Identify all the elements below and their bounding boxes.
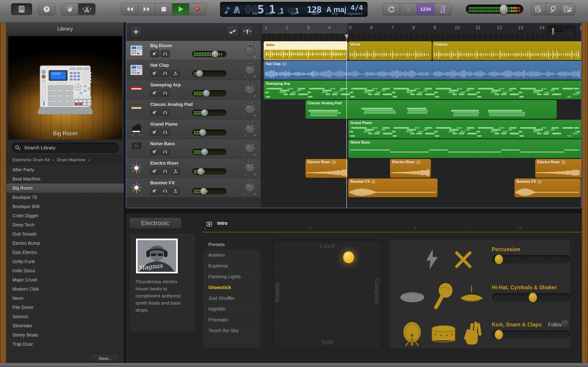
zoom-handle[interactable] [552,28,554,35]
volume-knob[interactable] [200,188,207,195]
library-item[interactable]: Silverlake [6,321,124,330]
media-browser-button[interactable] [561,3,575,15]
kick-knob[interactable] [495,330,503,340]
track-name[interactable]: Sweeping Arp [150,82,181,88]
region-sweeping-arp[interactable]: Sweeping Arp [264,81,581,99]
region-electro-riser-1[interactable]: Electro Riser [305,159,347,178]
hand-clap-icon[interactable] [462,320,484,347]
library-item[interactable]: Dub Smash [6,229,124,239]
track-volume-slider[interactable] [192,188,226,194]
library-item[interactable]: Boutique 78 [6,193,124,202]
forward-button[interactable] [138,3,155,15]
library-search[interactable] [11,143,119,153]
search-input[interactable] [24,145,115,150]
volume-knob[interactable] [197,168,204,175]
library-item[interactable]: Seismic [6,312,124,321]
pan-knob[interactable]: LR [242,140,257,157]
breadcrumb-item[interactable]: Electronic Drum Kit [12,157,50,162]
shaker-icon[interactable] [400,290,425,303]
breadcrumb-item[interactable]: Drum Machine [57,157,86,162]
track-row-noise-bass[interactable]: Noise Bass LR [126,139,261,158]
preset-item[interactable]: Euphoria [203,261,261,271]
input-monitor-button[interactable] [171,167,180,175]
region-intro[interactable]: Intro [264,41,347,60]
zoom-slider[interactable] [547,25,576,37]
mute-button[interactable] [150,69,159,77]
notepad-button[interactable] [531,3,546,15]
pan-knob[interactable]: LR [242,121,257,138]
region-hat-clap[interactable]: Hat Clap [264,61,581,80]
volume-knob[interactable] [196,70,203,77]
editors-button[interactable] [78,3,95,15]
follow-checkbox[interactable] [561,320,568,327]
kick-drum-icon[interactable] [401,321,424,347]
track-name[interactable]: Big Room [150,43,172,48]
playhead[interactable] [346,34,347,208]
volume-knob[interactable] [212,50,219,58]
track-volume-slider[interactable] [192,70,226,77]
genre-button[interactable]: Electronic [129,218,182,229]
track-row-electro-riser[interactable]: Electro Riser LR [126,158,261,178]
track-name[interactable]: Hat Clap [150,63,169,68]
preset-item[interactable]: Anthem [203,250,261,261]
input-monitor-button[interactable] [171,69,180,77]
track-volume-slider[interactable] [192,90,226,96]
library-item[interactable]: Steely Beats [6,330,124,340]
sticks-claves-icon[interactable] [453,250,474,269]
library-item[interactable]: After Party [6,165,124,174]
kick-slider[interactable] [492,330,570,339]
pan-knob[interactable]: LR [242,179,257,196]
preset-item[interactable]: Just Shufflin [203,293,261,304]
solo-button[interactable] [161,50,170,57]
mute-button[interactable] [150,50,159,57]
pan-knob[interactable]: LR [242,62,257,79]
pan-knob[interactable]: LR [242,160,257,177]
region-boomer-fx-1[interactable]: Boomer FX [348,178,438,197]
library-item[interactable]: Boutique 808 [6,202,124,211]
solo-button[interactable] [161,109,170,116]
library-item[interactable]: Pile Driver [6,303,124,312]
mute-button[interactable] [150,109,159,116]
lcd-display[interactable]: 005 bar 1 beat 1 div 001 tick 128 bpm A … [220,2,367,17]
track-name[interactable]: Classic Analog Pad [150,102,193,107]
library-item[interactable]: Gritty Funk [6,257,124,266]
track-row-classic-analog-pad[interactable]: Classic Analog Pad LR [126,100,261,119]
preset-item-selected[interactable]: Glowstick [203,282,261,293]
track-volume-slider[interactable] [192,149,226,155]
hihat-cymbal-icon[interactable] [459,284,484,307]
track-name[interactable]: Noise Bass [150,141,175,146]
track-row-boomer-fx[interactable]: Boomer FX LR [126,178,261,198]
library-item[interactable]: Modern Club [6,284,124,294]
library-item[interactable]: Crate Digger [6,211,124,220]
timeline-ruler[interactable]: 1 2 3 4 5 6 7 8 9 10 11 12 13 14 15 16 [261,23,581,41]
stop-button[interactable] [155,3,172,15]
mute-button[interactable] [150,167,159,175]
pan-knob[interactable]: LR [242,42,257,59]
volume-knob[interactable] [201,148,208,156]
play-button[interactable] [172,3,189,15]
solo-button[interactable] [161,128,170,136]
mute-button[interactable] [150,128,159,136]
volume-knob[interactable] [201,109,208,116]
volume-knob[interactable] [203,90,210,97]
solo-button[interactable] [161,69,170,77]
quick-help-button[interactable]: ? [38,3,55,15]
track-volume-slider[interactable] [192,51,226,57]
library-item[interactable]: Epic Electro [6,248,124,257]
library-item[interactable]: Indie Disco [6,266,124,275]
library-item[interactable]: Neon [6,294,124,303]
arrange-area[interactable]: Intro Verse Chorus Hat Clap Sweeping Arp… [261,41,581,208]
mute-button[interactable] [150,187,159,194]
solo-button[interactable] [161,187,170,194]
solo-button[interactable] [161,148,170,155]
solo-button[interactable] [161,167,170,175]
library-item[interactable]: Trap Door [6,340,124,349]
region-classic-analog-pad[interactable]: Classic Analog Pad [305,100,557,119]
solo-button[interactable] [161,89,170,97]
hihat-slider[interactable] [492,293,570,301]
library-item[interactable]: Major Crush [6,275,124,284]
region-chorus[interactable]: Chorus [432,41,581,60]
maraca-icon[interactable] [432,283,454,310]
library-item[interactable]: Beat Machine [6,174,124,184]
preset-item[interactable]: Nightlife [203,304,261,315]
